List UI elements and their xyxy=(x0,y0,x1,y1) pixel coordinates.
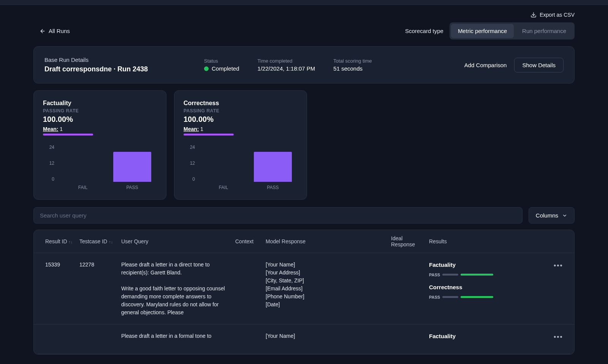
th-ideal-response[interactable]: Ideal Response xyxy=(388,235,426,247)
y-tick: 0 xyxy=(45,176,54,182)
run-details-heading: Base Run Details xyxy=(44,57,204,63)
scorecard-type-label: Scorecard type xyxy=(405,28,443,34)
th-results[interactable]: Results xyxy=(426,238,551,244)
metric-card: Correctness PASSING RATE 100.00% Mean: 1… xyxy=(174,90,307,200)
add-comparison-button[interactable]: Add Comparison xyxy=(464,62,507,68)
time-completed-label: Time completed xyxy=(258,58,315,64)
back-label: All Runs xyxy=(49,28,70,34)
result-metric-title: Factuality xyxy=(429,261,548,269)
columns-label: Columns xyxy=(536,212,558,219)
cell-results: Factuality PASS Correctness PASS xyxy=(426,261,551,306)
mean-bar xyxy=(184,134,234,136)
status-value: Completed xyxy=(212,65,239,72)
th-context[interactable]: Context xyxy=(232,238,263,244)
app-topbar xyxy=(0,0,608,5)
run-title: Draft corresponsdne · Run 2438 xyxy=(44,65,204,73)
y-tick: 12 xyxy=(186,161,195,166)
cell-model-response: [Your Name] xyxy=(263,332,388,340)
y-tick: 12 xyxy=(45,161,54,166)
x-tick: FAIL xyxy=(58,185,108,190)
result-bar-track xyxy=(442,296,458,298)
y-tick: 0 xyxy=(186,176,195,182)
result-metric: Factuality PASS xyxy=(429,261,548,278)
download-icon xyxy=(530,12,537,18)
metric-rate: 100.00% xyxy=(184,115,298,124)
table-row[interactable]: 15339 12278 Please draft a letter in a d… xyxy=(34,253,574,325)
metric-card: Factuality PASSING RATE 100.00% Mean: 1 … xyxy=(33,90,166,200)
table-header: Result ID↑↓ Testcase ID↑↓ User Query Con… xyxy=(34,230,574,253)
status-badge: PASS xyxy=(429,272,440,278)
metric-mean: Mean: 1 xyxy=(184,126,298,132)
chevron-down-icon xyxy=(562,213,567,218)
th-testcase-id[interactable]: Testcase ID↑↓ xyxy=(76,238,118,244)
scoring-time-value: 51 seconds xyxy=(333,65,372,72)
sort-icon: ↑↓ xyxy=(109,240,113,244)
result-metric-title: Correctness xyxy=(429,283,548,292)
row-menu-button[interactable]: ••• xyxy=(554,333,563,341)
row-menu-button[interactable]: ••• xyxy=(554,262,563,269)
cell-model-response: [Your Name] [Your Address] [City, State,… xyxy=(263,261,388,309)
scorecard-toggle-group: Metric performance Run performance xyxy=(450,22,575,39)
back-all-runs-link[interactable]: All Runs xyxy=(33,28,70,34)
metric-rate: 100.00% xyxy=(43,115,157,124)
columns-button[interactable]: Columns xyxy=(529,207,575,224)
x-tick: PASS xyxy=(248,185,298,190)
th-result-id[interactable]: Result ID↑↓ xyxy=(42,238,76,244)
metric-sublabel: PASSING RATE xyxy=(184,108,298,113)
mean-bar xyxy=(43,134,93,136)
chart-bar xyxy=(113,152,151,182)
metric-chart: 24120 FAILPASS xyxy=(186,145,298,190)
th-user-query[interactable]: User Query xyxy=(118,238,232,244)
result-bar-track xyxy=(442,274,458,276)
chart-bar xyxy=(254,152,292,182)
time-completed-value: 1/22/2024, 1:18:07 PM xyxy=(258,65,315,72)
metric-title: Correctness xyxy=(184,100,298,107)
result-metric: Correctness PASS xyxy=(429,283,548,300)
cell-results: Factuality xyxy=(426,332,551,346)
show-details-button[interactable]: Show Details xyxy=(514,58,564,72)
status-label: Status xyxy=(204,58,239,64)
th-model-response[interactable]: Model Response xyxy=(263,238,388,244)
run-details-card: Base Run Details Draft corresponsdne · R… xyxy=(33,46,575,84)
x-tick: FAIL xyxy=(199,185,248,190)
results-table: Result ID↑↓ Testcase ID↑↓ User Query Con… xyxy=(33,230,575,355)
cell-user-query: Please draft a letter in a formal tone t… xyxy=(118,332,232,340)
metric-mean: Mean: 1 xyxy=(43,126,157,132)
export-csv-button[interactable]: Export as CSV xyxy=(530,12,575,18)
metric-sublabel: PASSING RATE xyxy=(43,108,157,113)
status-badge: PASS xyxy=(429,294,440,301)
x-tick: PASS xyxy=(108,185,157,190)
metric-title: Factuality xyxy=(43,100,157,107)
scoring-time-label: Total scoring time xyxy=(333,58,372,64)
sort-icon: ↑↓ xyxy=(69,240,73,244)
metric-chart: 24120 FAILPASS xyxy=(45,145,157,190)
export-csv-label: Export as CSV xyxy=(540,12,575,18)
result-metric: Factuality xyxy=(429,332,548,341)
result-bar-fill xyxy=(461,274,493,276)
cell-result-id: 15339 xyxy=(42,261,76,269)
table-row[interactable]: Please draft a letter in a formal tone t… xyxy=(34,325,574,354)
arrow-left-icon xyxy=(40,28,46,34)
search-input[interactable] xyxy=(33,207,522,224)
result-metric-title: Factuality xyxy=(429,332,548,341)
cell-testcase-id: 12278 xyxy=(76,261,118,269)
tab-run-performance[interactable]: Run performance xyxy=(515,24,573,38)
y-tick: 24 xyxy=(45,145,54,150)
status-dot-icon xyxy=(204,66,209,71)
tab-metric-performance[interactable]: Metric performance xyxy=(451,24,514,38)
cell-user-query: Please draft a letter in a direct tone t… xyxy=(118,261,232,317)
y-tick: 24 xyxy=(186,145,195,150)
result-bar-fill xyxy=(461,296,493,298)
